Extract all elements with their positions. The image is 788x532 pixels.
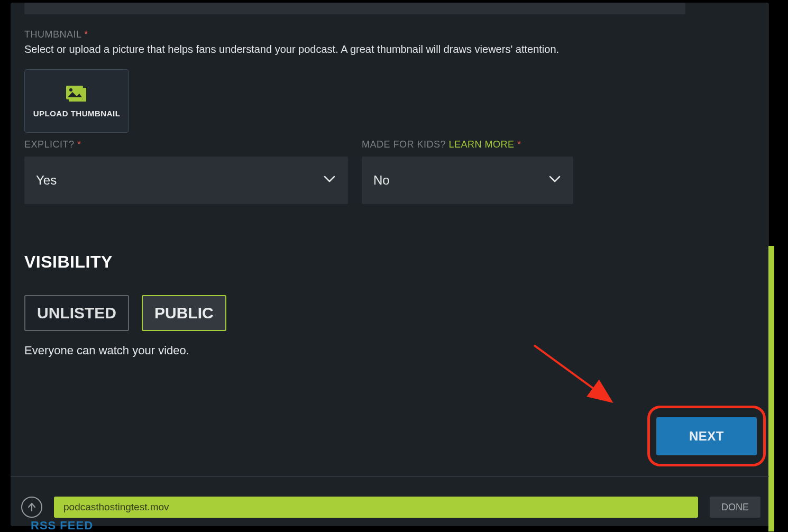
annotation-arrow — [524, 341, 629, 420]
image-icon — [66, 85, 87, 102]
svg-rect-4 — [69, 99, 86, 102]
required-marker: * — [77, 139, 81, 150]
explicit-label-row: EXPLICIT? * — [24, 139, 348, 150]
unlisted-label: UNLISTED — [37, 304, 116, 322]
explicit-value: Yes — [36, 173, 57, 188]
next-highlight-box: NEXT — [647, 406, 766, 466]
public-label: PUBLIC — [154, 304, 214, 322]
upload-thumbnail-button[interactable]: UPLOAD THUMBNAIL — [24, 69, 129, 133]
upload-progress-bar[interactable]: podcasthostingtest.mov — [54, 497, 698, 518]
svg-point-2 — [69, 88, 72, 91]
thumbnail-label: THUMBNAIL — [24, 29, 81, 40]
visibility-public-button[interactable]: PUBLIC — [142, 295, 226, 331]
explicit-select[interactable]: Yes — [24, 157, 348, 204]
chevron-down-icon — [549, 176, 561, 185]
upload-filename: podcasthostingtest.mov — [63, 501, 169, 513]
settings-panel: THUMBNAIL * Select or upload a picture t… — [11, 3, 769, 526]
required-marker: * — [84, 29, 88, 40]
kids-select[interactable]: No — [362, 157, 573, 204]
learn-more-link[interactable]: LEARN MORE — [449, 139, 515, 150]
required-marker: * — [517, 139, 521, 150]
upload-status-icon — [21, 497, 42, 518]
top-input-field[interactable] — [24, 3, 685, 14]
kids-label-row: MADE FOR KIDS? LEARN MORE * — [362, 139, 573, 150]
explicit-label: EXPLICIT? — [24, 139, 75, 150]
svg-rect-0 — [66, 86, 83, 99]
viewport: THUMBNAIL * Select or upload a picture t… — [0, 0, 788, 532]
explicit-column: EXPLICIT? * Yes — [24, 139, 348, 204]
svg-line-5 — [534, 345, 608, 399]
svg-rect-3 — [83, 88, 86, 100]
options-row: EXPLICIT? * Yes MADE FOR KIDS? LEARN MOR… — [24, 139, 573, 204]
thumbnail-description: Select or upload a picture that helps fa… — [24, 42, 559, 57]
kids-column: MADE FOR KIDS? LEARN MORE * No — [362, 139, 573, 204]
thumbnail-label-row: THUMBNAIL * — [24, 29, 559, 40]
done-label: DONE — [721, 502, 749, 513]
visibility-title: VISIBILITY — [24, 252, 226, 272]
thumbnail-section: THUMBNAIL * Select or upload a picture t… — [24, 29, 559, 133]
visibility-section: VISIBILITY UNLISTED PUBLIC Everyone can … — [24, 252, 226, 357]
visibility-unlisted-button[interactable]: UNLISTED — [24, 295, 129, 331]
chevron-down-icon — [324, 176, 335, 185]
visibility-description: Everyone can watch your video. — [24, 344, 226, 357]
done-button[interactable]: DONE — [710, 497, 760, 518]
upload-thumbnail-label: UPLOAD THUMBNAIL — [33, 109, 121, 118]
kids-label: MADE FOR KIDS? — [362, 139, 446, 150]
next-button[interactable]: NEXT — [656, 417, 757, 455]
rss-feed-label: RSS FEED — [31, 519, 93, 532]
scrollbar-indicator[interactable] — [768, 246, 774, 531]
upload-footer: podcasthostingtest.mov DONE — [21, 497, 760, 518]
visibility-options: UNLISTED PUBLIC — [24, 295, 226, 331]
next-label: NEXT — [689, 429, 724, 444]
kids-value: No — [373, 173, 390, 188]
divider — [11, 476, 769, 477]
